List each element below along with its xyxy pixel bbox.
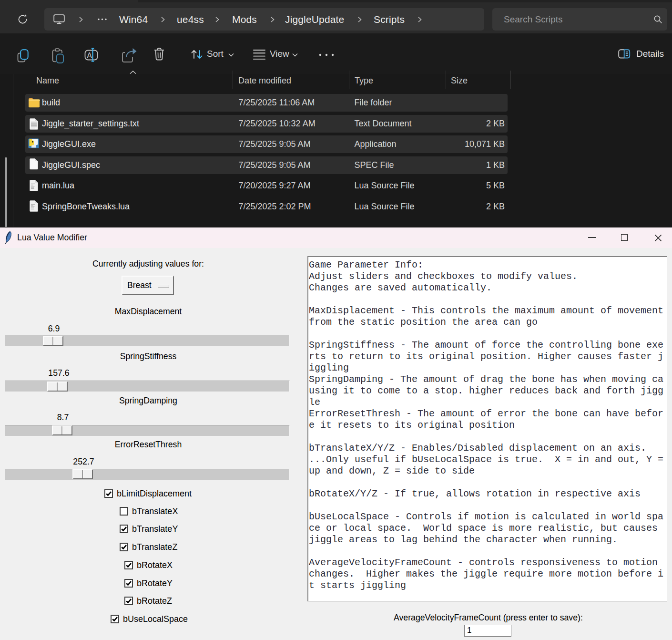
svg-text:A: A	[87, 52, 92, 60]
